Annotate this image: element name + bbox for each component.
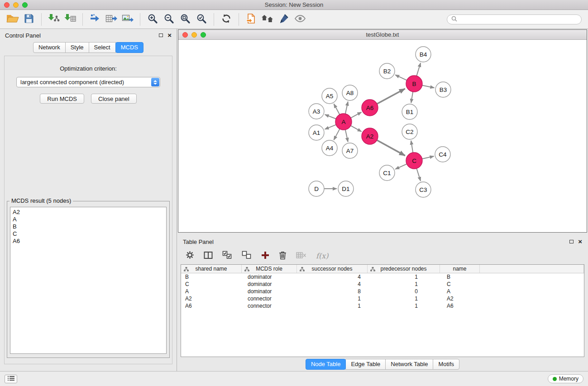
tab-network[interactable]: Network xyxy=(33,42,66,53)
column-header-shared-name[interactable]: shared name xyxy=(181,265,242,273)
select-all-columns-button[interactable] xyxy=(222,251,232,261)
search-field[interactable] xyxy=(447,14,582,24)
table-cell[interactable]: dominator xyxy=(242,281,297,287)
table-cell[interactable]: A xyxy=(440,288,480,295)
create-column-button[interactable] xyxy=(261,251,269,261)
graph-edge-B-B4[interactable] xyxy=(416,63,421,76)
float-table-panel-icon[interactable] xyxy=(569,240,574,243)
table-row[interactable]: Bdominator41B xyxy=(181,273,584,281)
table-cell[interactable]: A2 xyxy=(440,295,480,302)
column-header-predecessor-nodes[interactable]: predecessor nodes xyxy=(368,265,440,273)
export-image-button[interactable] xyxy=(120,12,136,27)
table-cell[interactable]: 1 xyxy=(297,295,368,302)
table-cell[interactable]: dominator xyxy=(242,288,297,295)
table-cell[interactable]: connector xyxy=(242,295,297,302)
table-row[interactable]: A2connector11A2 xyxy=(181,295,584,302)
graph-edge-C-C4[interactable] xyxy=(422,156,434,159)
unselect-all-columns-button[interactable] xyxy=(242,251,252,261)
import-network-button[interactable] xyxy=(46,12,62,27)
table-cell[interactable]: A2 xyxy=(181,295,242,302)
network-canvas[interactable]: B4B2BB3A5A8A6B1A3AC2A1A2A4A7C4CC1C3DD1 xyxy=(178,40,587,232)
memory-button[interactable]: Memory xyxy=(548,374,583,383)
graph-edge-A2-C[interactable] xyxy=(377,140,405,156)
zoom-in-button[interactable] xyxy=(144,12,161,27)
graph-edge-A-A4[interactable] xyxy=(334,129,339,140)
zoom-selected-button[interactable] xyxy=(193,12,210,27)
search-input[interactable] xyxy=(459,16,577,23)
column-header-successor-nodes[interactable]: successor nodes xyxy=(297,265,368,273)
export-table-button[interactable] xyxy=(103,12,120,27)
table-cell[interactable]: A6 xyxy=(181,303,242,309)
graph-edge-A-A2[interactable] xyxy=(351,126,362,132)
graph-edge-C-C2[interactable] xyxy=(411,141,413,152)
table-cell[interactable]: A xyxy=(181,288,242,295)
apply-layout-button[interactable] xyxy=(218,12,234,27)
graph-edge-C-C3[interactable] xyxy=(416,168,421,181)
tab-network-table[interactable]: Network Table xyxy=(385,359,433,370)
table-cell[interactable]: 1 xyxy=(368,303,440,309)
function-builder-button[interactable]: f(x) xyxy=(316,252,328,260)
table-cell[interactable]: 4 xyxy=(297,274,368,280)
graph-edge-A-A3[interactable] xyxy=(325,114,336,119)
table-cell[interactable]: 1 xyxy=(368,274,440,280)
result-item[interactable]: C xyxy=(13,230,164,238)
delete-column-button[interactable] xyxy=(279,251,287,261)
table-cell[interactable]: A6 xyxy=(440,303,480,309)
graph-edge-B-B3[interactable] xyxy=(422,86,435,88)
open-session-button[interactable] xyxy=(5,12,21,27)
graph-edge-A-A5[interactable] xyxy=(334,104,340,115)
float-panel-icon[interactable] xyxy=(159,33,163,37)
tab-node-table[interactable]: Node Table xyxy=(306,359,346,370)
show-columns-button[interactable] xyxy=(204,251,213,261)
tab-motifs[interactable]: Motifs xyxy=(433,359,459,370)
close-table-panel-icon[interactable]: × xyxy=(578,239,582,244)
maximize-network-window-button[interactable] xyxy=(201,32,206,38)
table-cell[interactable]: 8 xyxy=(297,288,368,295)
table-cell[interactable]: 1 xyxy=(368,295,440,302)
graph-edge-C-C1[interactable] xyxy=(395,164,406,169)
table-cell[interactable]: 0 xyxy=(368,288,440,295)
show-graphics-details-button[interactable] xyxy=(292,12,308,27)
tab-style[interactable]: Style xyxy=(65,42,89,53)
table-row[interactable]: Adominator80A xyxy=(181,288,584,295)
table-cell[interactable]: C xyxy=(440,281,480,287)
column-header-mcds-role[interactable]: MCDS role xyxy=(242,265,297,273)
result-item[interactable]: B xyxy=(13,223,164,230)
close-panel-button[interactable]: Close panel xyxy=(91,94,137,104)
result-item[interactable]: A xyxy=(13,216,164,223)
export-network-button[interactable] xyxy=(87,12,103,27)
minimize-window-button[interactable] xyxy=(13,2,19,8)
minimize-network-window-button[interactable] xyxy=(191,32,197,38)
tab-edge-table[interactable]: Edge Table xyxy=(345,359,386,370)
maximize-window-button[interactable] xyxy=(22,2,28,8)
table-cell[interactable]: dominator xyxy=(242,274,297,280)
graph-edge-B-B1[interactable] xyxy=(411,92,413,103)
close-panel-icon[interactable]: × xyxy=(167,33,172,38)
column-header-name[interactable]: name xyxy=(440,265,480,273)
style-brush-button[interactable] xyxy=(276,12,292,27)
result-item[interactable]: A6 xyxy=(13,238,164,245)
table-cell[interactable]: C xyxy=(181,281,242,287)
tab-mcds[interactable]: MCDS xyxy=(115,42,143,53)
delete-table-button[interactable] xyxy=(296,252,306,260)
table-settings-button[interactable] xyxy=(186,251,194,261)
table-cell[interactable]: B xyxy=(181,274,242,280)
close-window-button[interactable] xyxy=(4,2,10,8)
mcds-result-list[interactable]: A2ABCA6 xyxy=(10,207,167,354)
table-cell[interactable]: connector xyxy=(242,303,297,309)
network-snapshot-button[interactable] xyxy=(243,12,259,27)
table-row[interactable]: A6connector11A6 xyxy=(181,302,584,310)
result-item[interactable]: A2 xyxy=(13,209,164,216)
graph-edge-A-A6[interactable] xyxy=(351,112,362,118)
table-cell[interactable]: B xyxy=(440,274,480,280)
graph-edge-A-A8[interactable] xyxy=(345,102,348,114)
close-network-window-button[interactable] xyxy=(182,32,188,38)
graph-edge-A6-B[interactable] xyxy=(377,89,405,104)
zoom-fit-button[interactable] xyxy=(177,12,193,27)
birds-eye-view-button[interactable] xyxy=(259,12,276,27)
table-cell[interactable]: 4 xyxy=(297,281,368,287)
task-history-button[interactable] xyxy=(5,375,17,383)
tab-select[interactable]: Select xyxy=(89,42,116,53)
zoom-out-button[interactable] xyxy=(161,12,177,27)
table-cell[interactable]: 1 xyxy=(368,281,440,287)
